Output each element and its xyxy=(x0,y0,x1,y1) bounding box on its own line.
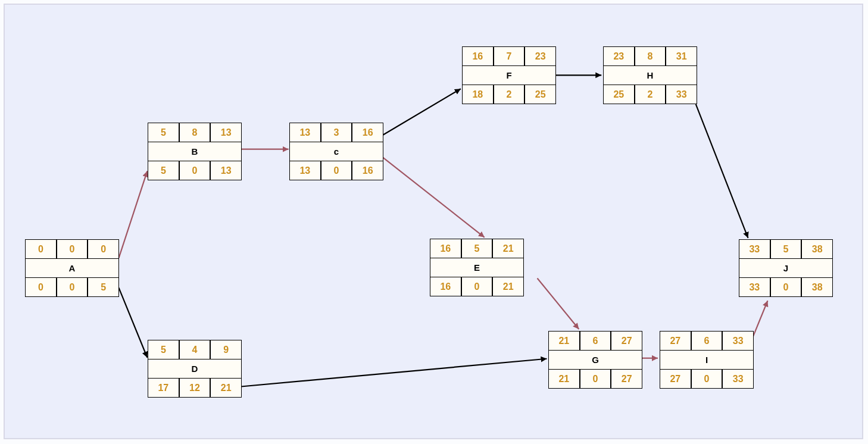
node-label: I xyxy=(660,351,754,369)
node-bottom-row: 13016 xyxy=(289,161,383,180)
node-bottom-row: 171221 xyxy=(148,378,242,398)
node-top-cell: 16 xyxy=(462,46,494,66)
svg-line-4 xyxy=(383,158,485,237)
node-top-cell: 33 xyxy=(739,239,770,259)
activity-node-H: 23831H25233 xyxy=(603,46,697,104)
node-top-cell: 27 xyxy=(611,331,642,351)
svg-line-3 xyxy=(383,89,461,135)
node-top-cell: 23 xyxy=(603,46,635,66)
node-bottom-row: 33038 xyxy=(739,277,833,297)
node-top-row: 000 xyxy=(25,239,119,259)
node-top-cell: 8 xyxy=(635,46,666,66)
node-bottom-cell: 13 xyxy=(289,161,321,180)
node-top-cell: 16 xyxy=(430,239,461,258)
node-bottom-cell: 2 xyxy=(635,85,666,104)
node-bottom-cell: 0 xyxy=(691,369,723,389)
node-bottom-cell: 21 xyxy=(548,369,580,389)
node-bottom-cell: 25 xyxy=(603,85,635,104)
svg-line-5 xyxy=(241,359,547,387)
node-label: c xyxy=(289,142,383,161)
activity-node-G: 21627G21027 xyxy=(548,331,642,389)
node-bottom-cell: 12 xyxy=(179,378,211,398)
node-bottom-cell: 33 xyxy=(739,277,770,297)
svg-line-10 xyxy=(753,301,768,339)
node-top-row: 27633 xyxy=(660,331,754,351)
node-bottom-cell: 27 xyxy=(660,369,691,389)
node-label: J xyxy=(739,259,833,277)
node-top-row: 5813 xyxy=(148,123,242,142)
node-bottom-row: 16021 xyxy=(430,277,524,296)
node-top-cell: 16 xyxy=(352,123,383,142)
node-top-cell: 6 xyxy=(691,331,723,351)
node-top-cell: 21 xyxy=(548,331,580,351)
node-bottom-row: 005 xyxy=(25,277,119,297)
node-bottom-cell: 5 xyxy=(148,161,179,180)
node-top-row: 16723 xyxy=(462,46,556,66)
node-top-row: 23831 xyxy=(603,46,697,66)
svg-line-1 xyxy=(118,287,147,357)
activity-node-A: 000A005 xyxy=(25,239,119,297)
node-top-cell: 5 xyxy=(461,239,493,258)
node-bottom-cell: 21 xyxy=(210,378,242,398)
node-bottom-cell: 33 xyxy=(722,369,754,389)
node-bottom-cell: 0 xyxy=(179,161,211,180)
activity-node-J: 33538J33038 xyxy=(739,239,833,297)
node-top-cell: 4 xyxy=(179,340,211,359)
node-top-cell: 9 xyxy=(210,340,242,359)
node-bottom-row: 18225 xyxy=(462,85,556,104)
node-bottom-cell: 0 xyxy=(461,277,493,296)
node-label: G xyxy=(548,351,642,369)
node-bottom-row: 5013 xyxy=(148,161,242,180)
node-label: A xyxy=(25,259,119,277)
node-bottom-cell: 2 xyxy=(494,85,525,104)
node-top-cell: 38 xyxy=(801,239,833,259)
node-bottom-cell: 25 xyxy=(524,85,556,104)
node-top-row: 33538 xyxy=(739,239,833,259)
svg-line-0 xyxy=(118,171,147,258)
activity-node-D: 549D171221 xyxy=(148,340,242,398)
node-top-cell: 23 xyxy=(524,46,556,66)
node-bottom-cell: 27 xyxy=(611,369,642,389)
node-top-cell: 31 xyxy=(666,46,697,66)
node-top-cell: 0 xyxy=(57,239,88,259)
activity-node-I: 27633I27033 xyxy=(660,331,754,389)
svg-line-6 xyxy=(538,278,579,329)
node-bottom-cell: 0 xyxy=(25,277,57,297)
node-bottom-cell: 33 xyxy=(666,85,697,104)
node-bottom-row: 21027 xyxy=(548,369,642,389)
diagram-frame: 000A0055813B501313316c13016549D171221165… xyxy=(4,4,863,439)
node-bottom-cell: 0 xyxy=(57,277,88,297)
node-bottom-cell: 38 xyxy=(801,277,833,297)
node-top-cell: 0 xyxy=(88,239,119,259)
activity-node-C: 13316c13016 xyxy=(289,123,383,180)
node-top-row: 549 xyxy=(148,340,242,359)
node-bottom-row: 25233 xyxy=(603,85,697,104)
node-bottom-cell: 17 xyxy=(148,378,179,398)
node-top-cell: 7 xyxy=(494,46,525,66)
node-bottom-cell: 5 xyxy=(88,277,119,297)
node-top-cell: 13 xyxy=(210,123,242,142)
node-top-row: 21627 xyxy=(548,331,642,351)
node-label: E xyxy=(430,258,524,277)
node-top-cell: 27 xyxy=(660,331,691,351)
node-top-row: 13316 xyxy=(289,123,383,142)
node-bottom-row: 27033 xyxy=(660,369,754,389)
node-bottom-cell: 21 xyxy=(492,277,524,296)
node-bottom-cell: 16 xyxy=(430,277,461,296)
node-bottom-cell: 0 xyxy=(580,369,611,389)
node-bottom-cell: 13 xyxy=(210,161,242,180)
node-top-cell: 33 xyxy=(722,331,754,351)
node-label: F xyxy=(462,66,556,85)
activity-node-B: 5813B5013 xyxy=(148,123,242,180)
node-label: H xyxy=(603,66,697,85)
node-bottom-cell: 0 xyxy=(770,277,802,297)
svg-line-9 xyxy=(696,104,748,238)
node-top-cell: 8 xyxy=(179,123,211,142)
node-top-cell: 13 xyxy=(289,123,321,142)
activity-node-E: 16521E16021 xyxy=(430,239,524,296)
node-bottom-cell: 0 xyxy=(321,161,352,180)
node-top-cell: 5 xyxy=(148,123,179,142)
node-label: D xyxy=(148,359,242,378)
node-bottom-cell: 16 xyxy=(352,161,383,180)
node-top-cell: 21 xyxy=(492,239,524,258)
